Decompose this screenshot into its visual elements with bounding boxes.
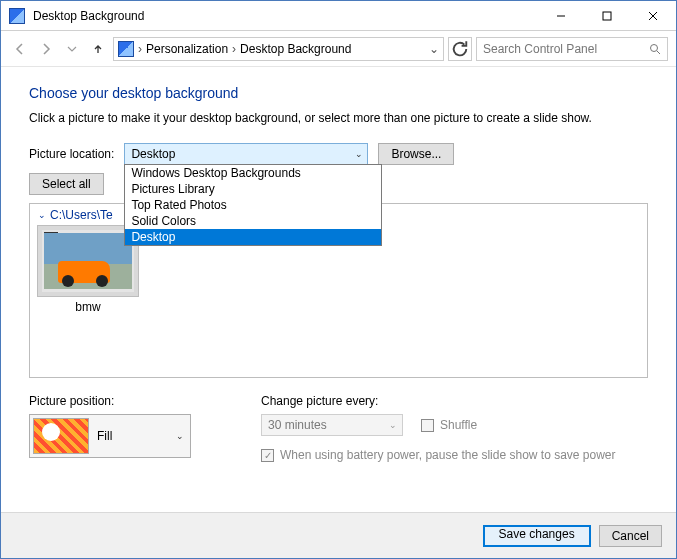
dialog-footer: Save changes Cancel [1,512,676,558]
cancel-button[interactable]: Cancel [599,525,662,547]
change-interval-label: Change picture every: [261,394,616,408]
save-changes-button[interactable]: Save changes [483,525,591,547]
chevron-down-icon: ⌄ [355,149,363,159]
search-placeholder: Search Control Panel [483,42,643,56]
change-interval-value: 30 minutes [268,418,327,432]
location-option[interactable]: Solid Colors [125,213,381,229]
close-button[interactable] [630,1,676,30]
svg-line-5 [657,51,660,54]
position-preview-icon [33,418,89,454]
photo-preview [44,233,132,289]
chevron-down-icon: ⌄ [176,431,184,441]
battery-checkbox: ✓ [261,449,274,462]
svg-point-4 [651,44,658,51]
search-input[interactable]: Search Control Panel [476,37,668,61]
up-button[interactable] [87,38,109,60]
breadcrumb-dropdown-icon[interactable]: ⌄ [429,42,439,56]
battery-label: When using battery power, pause the slid… [280,448,616,462]
battery-checkbox-row: ✓ When using battery power, pause the sl… [261,448,616,462]
picture-location-value: Desktop [131,147,175,161]
refresh-button[interactable] [448,37,472,61]
maximize-button[interactable] [584,1,630,30]
location-option[interactable]: Top Rated Photos [125,197,381,213]
change-interval-combo: 30 minutes ⌄ [261,414,403,436]
chevron-down-icon: ⌄ [389,420,397,430]
breadcrumb-part[interactable]: Desktop Background [240,42,351,56]
chevron-right-icon: › [138,42,142,56]
minimize-button[interactable] [538,1,584,30]
back-button[interactable] [9,38,31,60]
chevron-right-icon: › [232,42,236,56]
picture-position-label: Picture position: [29,394,191,408]
shuffle-label: Shuffle [440,418,477,432]
forward-button[interactable] [35,38,57,60]
picture-location-combo[interactable]: Desktop ⌄ Windows Desktop Backgrounds Pi… [124,143,368,165]
location-option[interactable]: Pictures Library [125,181,381,197]
location-icon [118,41,134,57]
window-title: Desktop Background [33,9,538,23]
picture-location-dropdown[interactable]: Windows Desktop Backgrounds Pictures Lib… [124,164,382,246]
picture-thumbnail[interactable]: ✓ bmw [38,226,138,314]
location-option-selected[interactable]: Desktop [125,229,381,245]
titlebar: Desktop Background [1,1,676,31]
nav-bar: › Personalization › Desktop Background ⌄… [1,31,676,67]
picture-position-value: Fill [97,429,112,443]
svg-rect-1 [603,12,611,20]
picture-location-label: Picture location: [29,147,114,161]
browse-button[interactable]: Browse... [378,143,454,165]
search-icon [649,43,661,55]
recent-locations-button[interactable] [61,38,83,60]
window-frame: Desktop Background › [0,0,677,559]
breadcrumb-part[interactable]: Personalization [146,42,228,56]
location-option[interactable]: Windows Desktop Backgrounds [125,165,381,181]
breadcrumb[interactable]: › Personalization › Desktop Background ⌄ [113,37,444,61]
shuffle-checkbox-row: Shuffle [421,418,477,432]
app-icon [9,8,25,24]
content-area: Choose your desktop background Click a p… [1,67,676,512]
thumbnail-image[interactable]: ✓ [38,226,138,296]
select-all-button[interactable]: Select all [29,173,104,195]
page-subheading: Click a picture to make it your desktop … [29,111,648,125]
chevron-down-icon: ⌄ [38,210,46,220]
thumbnail-label: bmw [38,300,138,314]
shuffle-checkbox [421,419,434,432]
group-path: C:\Users\Te [50,208,113,222]
picture-position-combo[interactable]: Fill ⌄ [29,414,191,458]
page-heading: Choose your desktop background [29,85,648,101]
